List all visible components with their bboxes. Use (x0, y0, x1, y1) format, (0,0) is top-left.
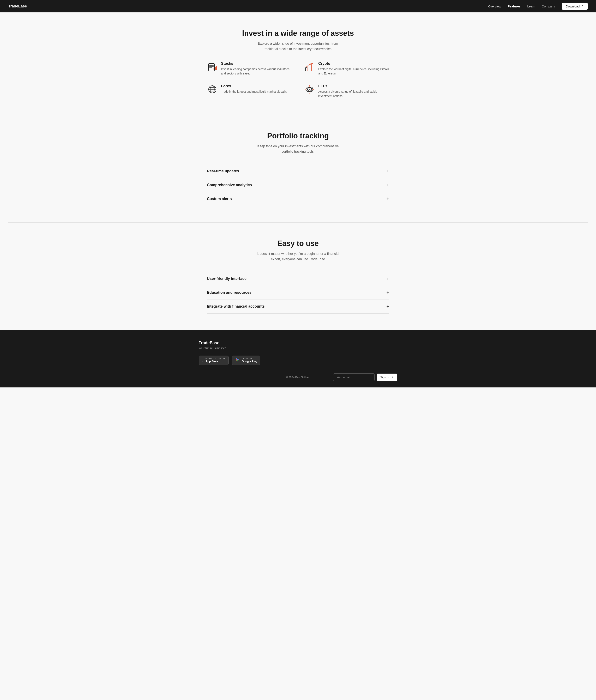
portfolio-subtitle: Keep tabs on your investments with our c… (207, 144, 389, 154)
accordion-interface-plus: + (387, 276, 389, 282)
svg-rect-0 (208, 63, 215, 71)
email-input[interactable] (333, 373, 375, 381)
crypto-text: Crypto Explore the world of digital curr… (318, 61, 389, 76)
etfs-text: ETFs Access a diverse range of flexabile… (318, 84, 389, 98)
nav-links: Overview Features Learn Company Download… (488, 3, 588, 10)
svg-rect-7 (305, 68, 307, 71)
nav-link-company[interactable]: Company (542, 4, 555, 8)
asset-forex: Forex Trade in the largest and most liqu… (207, 84, 292, 98)
accordion-integrate-label: Integrate with financial accounts (207, 304, 265, 309)
footer: TradeEase Your future, simplified  Down… (0, 330, 596, 387)
footer-email-row: Sign up ↗ (331, 373, 397, 381)
accordion-integrate-plus: + (387, 304, 389, 309)
footer-tagline: Your future, simplified (199, 346, 397, 350)
accordion-analytics-label: Comprehensive analytics (207, 183, 252, 187)
footer-logo: TradeEase (199, 340, 397, 345)
forex-name: Forex (221, 84, 287, 88)
accordion-realtime-plus: + (387, 168, 389, 174)
accordion-interface[interactable]: User-friendly interface + (207, 272, 389, 286)
signup-button[interactable]: Sign up ↗ (377, 373, 397, 381)
google-play-icon (235, 358, 240, 363)
easy-subtitle: It doesn't matter whether you're a begin… (207, 251, 389, 262)
portfolio-section: Portfolio tracking Keep tabs on your inv… (199, 115, 397, 223)
accordion-alerts-label: Custom alerts (207, 197, 232, 201)
asset-etfs: $ ETFs Access a diverse range of flexabi… (304, 84, 389, 98)
etfs-name: ETFs (318, 84, 389, 88)
app-store-text: Download on the App Store (205, 358, 226, 363)
google-play-small: GET IT ON (242, 358, 257, 360)
nav-download-button[interactable]: Download ↗ (562, 3, 588, 10)
forex-text: Forex Trade in the largest and most liqu… (221, 84, 287, 94)
stocks-desc: Invest in leading companies across vario… (221, 67, 292, 76)
nav-link-features[interactable]: Features (507, 4, 521, 8)
nav-logo[interactable]: TradeEase (8, 4, 27, 8)
apple-icon:  (202, 358, 203, 363)
app-store-big: App Store (205, 360, 226, 363)
footer-bottom: © 2024 Ben Oldham Sign up ↗ (199, 373, 397, 381)
asset-crypto: Crypto Explore the world of digital curr… (304, 61, 389, 76)
stocks-text: Stocks Invest in leading companies acros… (221, 61, 292, 76)
store-badges:  Download on the App Store (199, 356, 397, 365)
navbar: TradeEase Overview Features Learn Compan… (0, 0, 596, 12)
signup-arrow: ↗ (391, 375, 394, 379)
etfs-desc: Access a diverse range of flexabile and … (318, 89, 389, 98)
app-store-small: Download on the (205, 358, 226, 360)
google-play-big: Google Play (242, 360, 257, 363)
accordion-analytics[interactable]: Comprehensive analytics + (207, 178, 389, 192)
accordion-alerts-plus: + (387, 196, 389, 202)
nav-link-learn[interactable]: Learn (527, 4, 535, 8)
crypto-desc: Explore the world of digital currencies,… (318, 67, 389, 76)
footer-copyright: © 2024 Ben Oldham (265, 375, 331, 379)
svg-text:$: $ (309, 88, 310, 90)
svg-rect-9 (310, 64, 312, 71)
accordion-education-plus: + (387, 290, 389, 295)
google-play-text: GET IT ON Google Play (242, 358, 257, 363)
svg-rect-6 (216, 67, 217, 70)
accordion-realtime[interactable]: Real-time updates + (207, 164, 389, 178)
svg-point-19 (309, 92, 310, 93)
invest-section: Invest in a wide range of assets Explore… (199, 12, 397, 115)
svg-point-17 (309, 85, 310, 87)
crypto-icon (304, 61, 315, 72)
asset-stocks: Stocks Invest in leading companies acros… (207, 61, 292, 76)
accordion-integrate[interactable]: Integrate with financial accounts + (207, 300, 389, 314)
invest-subtitle: Explore a wide range of investment oppor… (207, 41, 389, 52)
stocks-icon (207, 61, 218, 72)
easy-title: Easy to use (207, 239, 389, 248)
signup-label: Sign up (380, 375, 390, 379)
accordion-alerts[interactable]: Custom alerts + (207, 192, 389, 206)
invest-title: Invest in a wide range of assets (207, 29, 389, 37)
svg-rect-8 (308, 66, 309, 71)
accordion-realtime-label: Real-time updates (207, 169, 239, 173)
nav-link-overview[interactable]: Overview (488, 4, 501, 8)
accordion-education[interactable]: Education and resources + (207, 286, 389, 300)
etfs-icon: $ (304, 84, 315, 95)
portfolio-accordion: Real-time updates + Comprehensive analyt… (207, 164, 389, 206)
app-store-badge[interactable]:  Download on the App Store (199, 356, 229, 365)
portfolio-title: Portfolio tracking (207, 132, 389, 140)
stocks-name: Stocks (221, 61, 292, 66)
forex-icon (207, 84, 218, 95)
google-play-badge[interactable]: GET IT ON Google Play (232, 356, 260, 365)
accordion-analytics-plus: + (387, 182, 389, 188)
forex-desc: Trade in the largest and most liquid mar… (221, 89, 287, 94)
crypto-name: Crypto (318, 61, 389, 66)
accordion-education-label: Education and resources (207, 290, 251, 295)
easy-section: Easy to use It doesn't matter whether yo… (199, 223, 397, 330)
easy-accordion: User-friendly interface + Education and … (207, 272, 389, 314)
accordion-interface-label: User-friendly interface (207, 277, 246, 281)
assets-grid: Stocks Invest in leading companies acros… (207, 61, 389, 98)
